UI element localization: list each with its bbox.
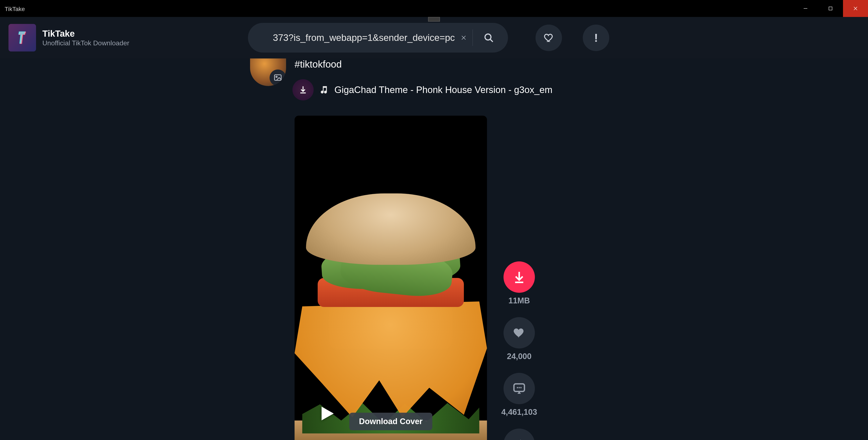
app-logo: [8, 24, 36, 52]
brand-text: TikTake Unofficial TikTok Downloader: [42, 29, 129, 47]
brand-subtitle: Unofficial TikTok Downloader: [42, 39, 129, 47]
exclamation-icon: !: [594, 31, 598, 44]
comments-count: 4,461,103: [501, 408, 537, 417]
clear-input-button[interactable]: [457, 34, 470, 41]
music-download-button[interactable]: [292, 79, 314, 100]
brand: TikTake Unofficial TikTok Downloader: [8, 24, 129, 52]
minimize-button[interactable]: [793, 0, 818, 17]
svg-rect-1: [829, 7, 832, 10]
search-pill: [248, 23, 508, 53]
music-title[interactable]: GigaChad Theme - Phonk House Version - g…: [334, 85, 553, 95]
download-video-button[interactable]: [503, 261, 535, 293]
svg-rect-8: [274, 75, 281, 80]
window-title: TikTake: [0, 4, 25, 12]
comments-button[interactable]: [503, 373, 535, 404]
share-icon: [512, 437, 526, 440]
svg-point-11: [517, 387, 518, 388]
play-button[interactable]: [317, 404, 336, 423]
content-area: #tiktokfood GigaChad Theme - Phonk House…: [0, 59, 868, 440]
search-icon: [483, 32, 494, 43]
download-icon: [299, 85, 308, 94]
window-titlebar: TikTake: [0, 0, 868, 17]
info-button[interactable]: !: [583, 25, 609, 51]
svg-point-12: [519, 387, 520, 388]
svg-point-9: [276, 76, 277, 77]
svg-line-7: [490, 39, 493, 42]
avatar-gallery-badge[interactable]: [270, 69, 286, 86]
share-button[interactable]: [503, 429, 535, 440]
download-cover-button[interactable]: Download Cover: [349, 413, 432, 430]
video-thumbnail: [294, 116, 487, 440]
close-button[interactable]: [843, 0, 868, 17]
music-note-icon: [319, 85, 329, 95]
app-header: TikTake Unofficial TikTok Downloader !: [0, 17, 868, 59]
likes-count: 24,000: [507, 352, 531, 361]
maximize-button[interactable]: [818, 0, 843, 17]
app-logo-icon: [14, 30, 30, 46]
maximize-icon: [828, 6, 833, 11]
minimize-icon: [803, 6, 808, 11]
search-separator: [472, 29, 473, 46]
author-avatar[interactable]: [250, 59, 286, 86]
comment-icon: [512, 381, 526, 396]
play-icon: [317, 404, 335, 422]
brand-name: TikTake: [42, 29, 129, 39]
heart-icon: [512, 326, 526, 340]
top-drag-handle[interactable]: [428, 17, 440, 22]
url-input[interactable]: [253, 24, 457, 52]
x-icon: [461, 34, 467, 41]
search-button[interactable]: [475, 24, 502, 52]
svg-point-13: [520, 387, 522, 388]
download-size-label: 11MB: [508, 296, 530, 305]
window-controls: [793, 0, 868, 17]
close-icon: [853, 6, 858, 11]
download-icon: [512, 270, 526, 284]
hashtag-text[interactable]: #tiktokfood: [294, 59, 342, 70]
favorites-button[interactable]: [535, 25, 562, 51]
like-button[interactable]: [503, 317, 535, 348]
heart-outline-icon: [544, 32, 554, 43]
svg-point-6: [485, 34, 491, 40]
video-player[interactable]: Download Cover: [294, 116, 487, 440]
action-column: 11MB 24,000 4,461,103 257,602: [500, 261, 538, 440]
music-row: GigaChad Theme - Phonk House Version - g…: [292, 79, 553, 100]
image-icon: [273, 73, 282, 82]
